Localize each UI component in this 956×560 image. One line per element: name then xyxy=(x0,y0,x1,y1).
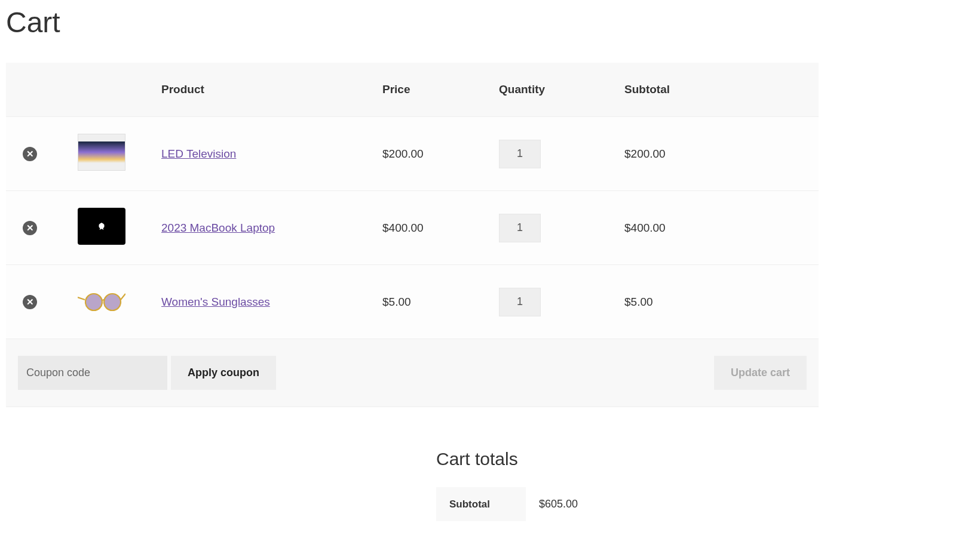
product-price: $5.00 xyxy=(370,265,487,339)
remove-button[interactable]: ✕ xyxy=(23,295,37,309)
subtotal-value: $605.00 xyxy=(526,487,819,521)
quantity-input[interactable] xyxy=(499,140,541,168)
update-cart-button[interactable]: Update cart xyxy=(714,356,807,390)
quantity-input[interactable] xyxy=(499,288,541,316)
close-icon: ✕ xyxy=(26,297,34,306)
apply-coupon-button[interactable]: Apply coupon xyxy=(171,356,276,390)
header-remove xyxy=(6,63,54,117)
remove-button[interactable]: ✕ xyxy=(23,147,37,161)
table-row: ✕ 2023 MacBook Laptop $400.00 $400.00 xyxy=(6,191,819,265)
actions-row: Apply coupon Update cart xyxy=(6,339,819,407)
cart-totals-title: Cart totals xyxy=(436,449,819,469)
remove-button[interactable]: ✕ xyxy=(23,221,37,235)
header-price: Price xyxy=(370,63,487,117)
table-row: ✕ LED Television $200.00 $200.00 xyxy=(6,117,819,191)
product-subtotal: $5.00 xyxy=(612,265,819,339)
close-icon: ✕ xyxy=(26,149,34,158)
svg-line-0 xyxy=(78,297,85,300)
product-subtotal: $200.00 xyxy=(612,117,819,191)
subtotal-row: Subtotal $605.00 xyxy=(436,487,819,521)
quantity-input[interactable] xyxy=(499,214,541,242)
svg-point-2 xyxy=(104,294,121,310)
product-price: $400.00 xyxy=(370,191,487,265)
product-link[interactable]: Women's Sunglasses xyxy=(161,296,270,308)
svg-point-1 xyxy=(85,294,102,310)
cart-table: Product Price Quantity Subtotal ✕ LED Te… xyxy=(6,63,819,407)
product-subtotal: $400.00 xyxy=(612,191,819,265)
close-icon: ✕ xyxy=(26,223,34,232)
page-title: Cart xyxy=(6,6,819,39)
coupon-input[interactable] xyxy=(18,356,167,390)
product-link[interactable]: LED Television xyxy=(161,147,236,160)
svg-line-3 xyxy=(121,294,125,300)
table-row: ✕ xyxy=(6,265,819,339)
subtotal-label: Subtotal xyxy=(436,487,526,521)
cart-totals: Cart totals Subtotal $605.00 xyxy=(436,449,819,521)
product-thumbnail[interactable] xyxy=(78,134,125,171)
header-product: Product xyxy=(149,63,370,117)
product-price: $200.00 xyxy=(370,117,487,191)
header-quantity: Quantity xyxy=(487,63,612,117)
header-thumbnail xyxy=(54,63,149,117)
header-subtotal: Subtotal xyxy=(612,63,819,117)
product-thumbnail[interactable] xyxy=(78,208,125,245)
product-link[interactable]: 2023 MacBook Laptop xyxy=(161,221,275,234)
product-thumbnail[interactable] xyxy=(78,282,125,319)
